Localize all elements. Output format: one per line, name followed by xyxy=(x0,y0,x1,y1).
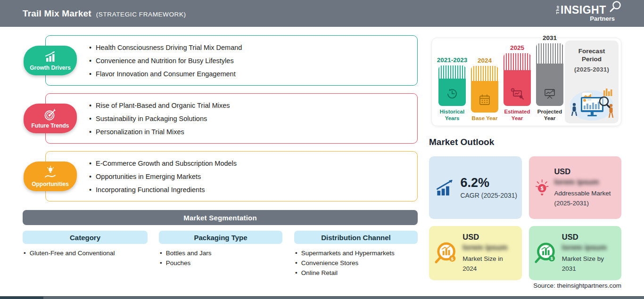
forecast-period-panel: Forecast Period (2025-2031) xyxy=(565,40,619,123)
currency-label: USD xyxy=(462,233,518,242)
market-segmentation-header: Market Segmentation xyxy=(23,210,418,225)
source-attribution: Source: theinsightpartners.com xyxy=(533,282,621,289)
logo-partners-text: Partners xyxy=(590,15,615,22)
list-item: Pouches xyxy=(160,258,282,268)
list-item: Convenience and Nutrition for Busy Lifes… xyxy=(89,54,417,67)
segment-header-packaging: Packaging Type xyxy=(159,231,282,244)
magnifier-chart-green-icon: $ xyxy=(533,240,559,267)
bar-year-label: 2024 xyxy=(478,57,492,64)
analytics-illustration xyxy=(568,85,616,121)
calendar-icon xyxy=(478,93,492,107)
opportunities-pill: Opportunities xyxy=(24,162,77,191)
size-2024-text: USD lorem ipsum Market Size in 2024 xyxy=(462,233,518,274)
masked-value: lorem ipsum xyxy=(562,243,618,252)
list-item: Rise of Plant-Based and Organic Trial Mi… xyxy=(89,99,417,112)
card-label: Addressable Market (2025-2031) xyxy=(554,189,618,208)
bar-caption: Base Year xyxy=(468,115,501,122)
bar-year-label: 2025 xyxy=(510,44,524,51)
addressable-text: USD lorem ipsum Addressable Market (2025… xyxy=(554,167,618,208)
card-label: Market Size by 2031 xyxy=(562,254,618,274)
list-item: Sustainability in Packaging Solutions xyxy=(89,112,417,125)
list-item: Gluten-Free and Conventional xyxy=(24,248,148,258)
bar-estimated-year: 2025 Estimated Year xyxy=(504,44,531,122)
bulb-dollar-icon: $ xyxy=(534,174,550,202)
future-trends-pill: Future Trends xyxy=(24,104,77,133)
list-item: Incorporating Functional Ingredients xyxy=(89,183,417,196)
future-trends-label: Future Trends xyxy=(31,122,69,129)
opportunities-list: E-Commerce Growth and Subscription Model… xyxy=(46,152,417,196)
projection-screen-icon xyxy=(542,87,557,101)
list-item: Convenience Stores xyxy=(295,258,418,268)
cagr-card: 6.2% CAGR (2025-2031) xyxy=(429,156,522,219)
magnifier-logo-icon xyxy=(608,0,622,15)
forecast-line2: Period xyxy=(565,56,619,64)
list-item: Opportunities in Emerging Markets xyxy=(89,170,417,183)
header-title-wrap: Trail Mix Market (STRATEGIC FRAMEWORK) xyxy=(23,8,186,19)
bar-rect xyxy=(536,43,563,106)
future-trends-list: Rise of Plant-Based and Organic Trial Mi… xyxy=(46,94,417,138)
addressable-market-card: $ USD lorem ipsum Addressable Market (20… xyxy=(529,156,621,219)
segment-column-distribution: Distribution Channel Supermarkets and Hy… xyxy=(294,231,418,278)
history-clock-icon xyxy=(445,87,459,101)
bottom-accent-segment xyxy=(0,297,43,299)
size-2031-text: USD lorem ipsum Market Size by 2031 xyxy=(562,233,618,274)
bar-stripes xyxy=(504,53,531,70)
cagr-value: 6.2% xyxy=(460,176,517,190)
growth-chart-icon xyxy=(43,50,58,64)
bar-base-year: 2024 Base Year xyxy=(471,57,498,122)
bar-projected-year: 2031 Projected Year xyxy=(536,34,563,122)
list-item: Bottles and Jars xyxy=(160,248,282,258)
list-item: Personalization in Trial Mixes xyxy=(89,125,417,138)
svg-text:$: $ xyxy=(451,256,454,261)
bar-caption: Projected Year xyxy=(533,109,566,122)
segment-header-distribution: Distribution Channel xyxy=(294,231,418,244)
bar-historical-years: 2021-2023 Historical Years xyxy=(438,57,466,122)
masked-value: lorem ipsum xyxy=(462,243,518,252)
bar-caption: Historical Years xyxy=(436,109,469,122)
estimate-analysis-icon xyxy=(510,87,525,101)
bar-year-label: 2031 xyxy=(543,34,557,41)
timeline-chart-panel: 2021-2023 Historical Years 2024 xyxy=(431,38,621,126)
growth-drivers-list: Health Consciousness Driving Trial Mix D… xyxy=(46,36,417,81)
magnifier-chart-orange-icon: $ xyxy=(433,240,460,267)
segment-items-distribution: Supermarkets and Hypermarkets Convenienc… xyxy=(294,248,418,278)
segment-items-packaging: Bottles and Jars Pouches xyxy=(159,248,282,268)
masked-value: lorem ipsum xyxy=(554,178,618,186)
timeline-bars: 2021-2023 Historical Years 2024 xyxy=(438,34,563,122)
bar-rect xyxy=(471,66,498,113)
header-bar: Trail Mix Market (STRATEGIC FRAMEWORK) T… xyxy=(0,0,644,27)
market-size-2024-card: $ USD lorem ipsum Market Size in 2024 xyxy=(429,226,522,280)
logo-insight-text: INSIGHT xyxy=(561,4,606,16)
page-title: Trail Mix Market xyxy=(23,8,91,19)
bulb-hand-icon xyxy=(43,166,58,180)
growth-drivers-pill: Growth Drivers xyxy=(24,46,77,75)
infographic-canvas: Trail Mix Market (STRATEGIC FRAMEWORK) T… xyxy=(0,0,644,299)
forecast-range: (2025-2031) xyxy=(565,66,619,73)
target-dart-icon xyxy=(43,108,58,121)
svg-text:$: $ xyxy=(541,185,544,191)
page-subtitle: (STRATEGIC FRAMEWORK) xyxy=(96,11,186,18)
bar-stripes xyxy=(438,65,466,79)
market-size-2031-card: $ USD lorem ipsum Market Size by 2031 xyxy=(529,226,621,280)
bottom-accent-bar xyxy=(0,296,644,299)
growth-drivers-box: Health Consciousness Driving Trial Mix D… xyxy=(45,35,418,86)
future-trends-box: Rise of Plant-Based and Organic Trial Mi… xyxy=(45,93,418,144)
list-item: E-Commerce Growth and Subscription Model… xyxy=(89,157,417,170)
insight-partners-logo: The INSIGHT Partners xyxy=(555,4,618,24)
market-segmentation-title: Market Segmentation xyxy=(183,214,257,222)
bar-year-label: 2021-2023 xyxy=(437,57,468,64)
list-item: Flavor Innovation and Consumer Engagemen… xyxy=(89,67,417,81)
cagr-text: 6.2% CAGR (2025-2031) xyxy=(460,176,517,199)
segment-column-packaging: Packaging Type Bottles and Jars Pouches xyxy=(159,231,282,268)
opportunities-label: Opportunities xyxy=(32,181,69,187)
segment-items-category: Gluten-Free and Conventional xyxy=(23,248,148,258)
list-item: Online Retail xyxy=(295,268,418,278)
bar-stripes xyxy=(536,43,563,64)
segment-column-category: Category Gluten-Free and Conventional xyxy=(23,231,148,258)
bar-caption: Estimated Year xyxy=(501,109,534,122)
bar-rect xyxy=(504,53,531,106)
list-item: Health Consciousness Driving Trial Mix D… xyxy=(89,41,417,54)
currency-label: USD xyxy=(562,233,618,242)
cagr-label: CAGR (2025-2031) xyxy=(460,192,517,199)
list-item: Supermarkets and Hypermarkets xyxy=(295,248,418,258)
